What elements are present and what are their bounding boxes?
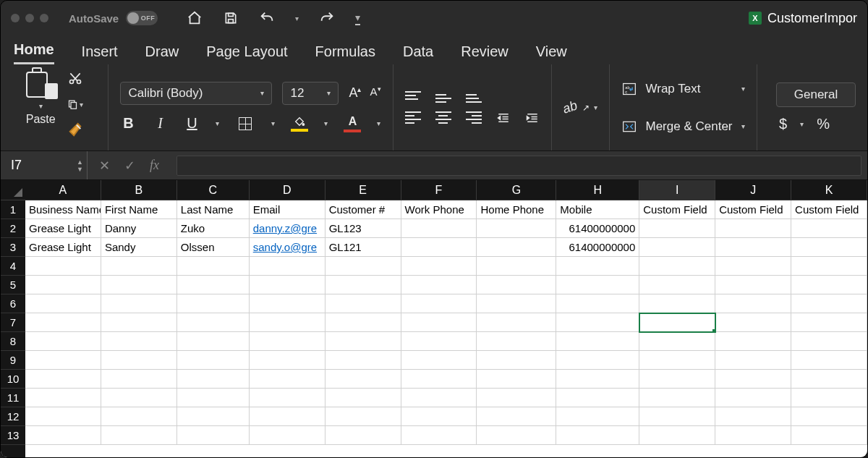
cell-D10[interactable] [250,370,326,389]
cell-J6[interactable] [715,294,791,313]
cell-C5[interactable] [177,276,250,294]
cell-K13[interactable] [791,426,867,445]
cell-K11[interactable] [791,389,867,407]
cell-K2[interactable] [791,219,867,238]
cell-C1[interactable]: Last Name [177,200,250,219]
cell-D11[interactable] [250,389,326,407]
merge-center-button[interactable]: Merge & Center ▾ [621,112,746,141]
cell-C13[interactable] [177,426,250,445]
cell-J1[interactable]: Custom Field [715,200,791,219]
cell-E8[interactable] [326,332,401,351]
cell-B12[interactable] [101,407,177,426]
cell-F5[interactable] [401,276,477,294]
row-header-6[interactable]: 6 [1,294,25,313]
cell-F13[interactable] [401,426,477,445]
column-header-D[interactable]: D [250,180,326,200]
cell-A12[interactable] [25,407,101,426]
decrease-font-icon[interactable]: A▾ [370,85,380,101]
save-icon[interactable] [223,10,239,26]
cell-C7[interactable] [177,313,250,332]
cell-J12[interactable] [715,407,791,426]
decrease-indent-button[interactable] [496,111,511,124]
cell-A11[interactable] [25,389,101,407]
cancel-formula-icon[interactable]: ✕ [99,158,110,174]
cell-I1[interactable]: Custom Field [639,200,715,219]
cell-G2[interactable] [477,219,556,238]
cell-F2[interactable] [401,219,477,238]
cell-C9[interactable] [177,351,250,370]
cell-E6[interactable] [326,294,401,313]
undo-chevron-icon[interactable]: ▾ [295,14,299,22]
redo-icon[interactable] [319,10,335,26]
row-header-13[interactable]: 13 [1,426,25,445]
italic-button[interactable]: I [152,115,168,132]
row-header-3[interactable]: 3 [1,238,25,257]
cell-H4[interactable] [556,257,639,276]
cell-A3[interactable]: Grease Light [25,238,101,257]
currency-button[interactable]: $ [779,116,787,132]
cell-E12[interactable] [326,407,401,426]
cell-K5[interactable] [791,276,867,294]
cell-G1[interactable]: Home Phone [477,200,556,219]
row-header-5[interactable]: 5 [1,276,25,294]
cell-J9[interactable] [715,351,791,370]
minimize-dot[interactable] [25,14,34,22]
column-header-K[interactable]: K [791,180,867,200]
cell-G6[interactable] [477,294,556,313]
cell-G9[interactable] [477,351,556,370]
cell-E4[interactable] [326,257,401,276]
cell-J11[interactable] [715,389,791,407]
cell-I13[interactable] [639,426,715,445]
cell-E9[interactable] [326,351,401,370]
autosave-toggle[interactable]: OFF [126,11,158,25]
cell-F9[interactable] [401,351,477,370]
cell-I8[interactable] [639,332,715,351]
cell-B5[interactable] [101,276,177,294]
cell-D9[interactable] [250,351,326,370]
cell-J4[interactable] [715,257,791,276]
cell-B2[interactable]: Danny [101,219,177,238]
cell-K12[interactable] [791,407,867,426]
cell-B3[interactable]: Sandy [101,238,177,257]
cell-A10[interactable] [25,370,101,389]
cell-H3[interactable]: 61400000000 [556,238,639,257]
underline-chevron-icon[interactable]: ▾ [216,119,219,127]
percent-button[interactable]: % [817,116,830,132]
row-header-8[interactable]: 8 [1,332,25,351]
cell-H1[interactable]: Mobile [556,200,639,219]
cell-B11[interactable] [101,389,177,407]
cell-E2[interactable]: GL123 [326,219,401,238]
cell-H7[interactable] [556,313,639,332]
bold-button[interactable]: B [120,115,136,132]
cell-J2[interactable] [715,219,791,238]
cell-J10[interactable] [715,370,791,389]
cell-E7[interactable] [326,313,401,332]
undo-icon[interactable] [259,10,275,26]
cell-H8[interactable] [556,332,639,351]
cell-D5[interactable] [250,276,326,294]
tab-draw[interactable]: Draw [145,43,179,64]
cell-G4[interactable] [477,257,556,276]
align-bottom-button[interactable] [466,91,482,103]
fx-icon[interactable]: fx [150,158,159,174]
cell-E3[interactable]: GL121 [326,238,401,257]
cell-C12[interactable] [177,407,250,426]
cell-J13[interactable] [715,426,791,445]
cell-K1[interactable]: Custom Field [791,200,867,219]
cell-B7[interactable] [101,313,177,332]
borders-chevron-icon[interactable]: ▾ [271,119,275,127]
column-header-F[interactable]: F [401,180,477,200]
increase-font-icon[interactable]: A▴ [349,85,361,101]
align-right-button[interactable] [466,111,482,124]
cell-H12[interactable] [556,407,639,426]
cell-D13[interactable] [250,426,326,445]
cell-D4[interactable] [250,257,326,276]
cell-I5[interactable] [639,276,715,294]
cell-I6[interactable] [639,294,715,313]
cell-A4[interactable] [25,257,101,276]
cell-E1[interactable]: Customer # [326,200,401,219]
cell-K8[interactable] [791,332,867,351]
font-color-chevron-icon[interactable]: ▾ [377,119,380,127]
cell-H5[interactable] [556,276,639,294]
cell-A2[interactable]: Grease Light [25,219,101,238]
